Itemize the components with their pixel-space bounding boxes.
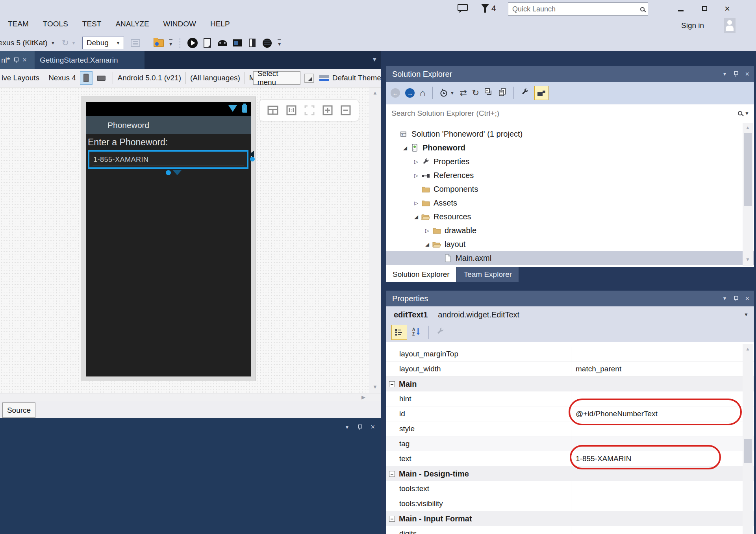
collapse-all-button[interactable] [484,88,493,98]
prompt-label-row[interactable]: Enter a Phoneword: [86,134,251,150]
tab-gettingstarted-xamarin[interactable]: GettingStarted.Xamarin [35,51,145,69]
minimize-button[interactable] [674,3,687,14]
tab-main-axml[interactable]: nl* × [0,51,35,69]
solution-tree-scrollbar[interactable]: ▲▼ [743,123,753,266]
designer-canvas[interactable]: Phoneword Enter a Phoneword: 1-855-XAMAR… [0,87,369,393]
close-tab-icon[interactable]: × [22,56,27,64]
device-screen-icon[interactable] [202,37,213,49]
pin-icon[interactable] [13,57,19,63]
zoom-out-button[interactable] [341,105,351,115]
play-button[interactable] [187,37,198,49]
solution-explorer-search[interactable]: ▼ [386,104,754,122]
sync-with-active-document-button[interactable]: ⇄ [460,88,467,98]
properties-object-row[interactable]: editText1 android.widget.EditText ▼ [386,306,754,323]
close-icon[interactable]: × [371,423,375,431]
selection-marker-bottom[interactable] [172,170,182,175]
properties-wrench-button[interactable] [521,88,529,98]
solution-search-input[interactable] [391,109,738,118]
portrait-button[interactable] [80,71,93,85]
property-section-main[interactable]: Main [386,376,754,391]
globe-icon[interactable] [261,37,273,49]
expander-expanded-icon[interactable]: ◢ [412,214,421,220]
tab-team-explorer[interactable]: Team Explorer [457,267,519,282]
switch-views-button[interactable]: ▼ [439,89,455,97]
select-menu-button[interactable]: Select menu [253,71,300,85]
menu-item-test[interactable]: TEST [82,20,102,28]
maximize-button[interactable] [698,3,711,14]
resize-handle-bottom[interactable] [166,170,171,175]
window-menu-caret[interactable]: ▼ [723,71,727,77]
alphabetical-sort-button[interactable]: AZ [412,327,421,338]
actual-size-button[interactable] [286,105,296,115]
refresh-caret[interactable]: ▼ [71,40,76,46]
close-icon[interactable]: × [745,295,749,303]
collapse-section-icon[interactable] [389,471,395,477]
pin-icon[interactable] [733,71,739,77]
toolbar-overflow-button-2[interactable]: ▼ [277,39,282,47]
close-icon[interactable]: × [745,70,749,78]
menu-item-team[interactable]: TEAM [8,20,29,28]
menu-item-window[interactable]: WINDOW [163,20,196,28]
expander-collapsed-icon[interactable]: ▷ [412,200,421,206]
property-value[interactable]: match_parent [576,365,621,373]
source-tab[interactable]: Source [2,402,35,418]
close-button[interactable]: × [721,3,734,14]
language-selector[interactable]: (All languages) [190,74,240,82]
layout-page-icon[interactable] [246,37,258,49]
android-version-selector[interactable]: Android 5.0.1 (v21) [117,74,181,82]
tree-item-resources[interactable]: ◢Resources [386,210,754,224]
canvas-horizontal-scrollbar[interactable]: ▶ [0,393,381,401]
properties-scrollbar[interactable]: ▲ [743,344,753,534]
tree-item-components[interactable]: Components [386,182,754,196]
show-all-files-button[interactable] [498,88,507,98]
refresh-icon[interactable]: ↻ [62,38,69,48]
menu-item-analyze[interactable]: ANALYZE [115,20,149,28]
expander-collapsed-icon[interactable]: ▷ [412,159,421,165]
toolbar-overflow-button[interactable]: ▼ [169,39,173,47]
tree-item-drawable[interactable]: ▷drawable [386,224,754,237]
refresh-button[interactable]: ↻ [472,88,479,98]
publish-folder-icon[interactable] [153,37,165,49]
tree-item-assets[interactable]: ▷Assets [386,196,754,210]
tree-item-references[interactable]: ▷References [386,169,754,182]
theme-selector[interactable]: Default Theme [332,74,381,82]
user-avatar-icon[interactable] [724,18,736,33]
back-button[interactable]: ← [391,88,400,98]
fit-to-window-button[interactable] [304,105,315,115]
search-options-caret[interactable]: ▼ [745,111,749,116]
menu-item-tools[interactable]: TOOLS [43,20,68,28]
object-selector-caret[interactable]: ▼ [744,312,749,317]
preview-selected-items-button[interactable] [534,86,548,100]
expander-collapsed-icon[interactable]: ▷ [423,228,432,234]
toolbar-drag-handle[interactable] [180,38,181,48]
tab-solution-explorer[interactable]: Solution Explorer [386,267,456,282]
home-button[interactable]: ⌂ [420,87,426,98]
device-dropdown-caret[interactable]: ▼ [51,40,56,46]
tab-list-caret[interactable]: ▼ [372,56,377,63]
tree-item-solution-phoneword-1-project[interactable]: Solution 'Phoneword' (1 project) [386,127,754,141]
zoom-in-button[interactable] [322,105,333,115]
device-dropdown[interactable]: exus 5 (KitKat) [0,39,48,47]
config-dropdown[interactable]: Debug ▼ [82,37,124,49]
expander-collapsed-icon[interactable]: ▷ [412,172,421,178]
quick-launch-input[interactable] [511,5,640,14]
menu-item-help[interactable]: HELP [210,20,230,28]
landscape-button[interactable] [95,71,107,85]
attach-icon[interactable] [130,37,141,49]
expander-expanded-icon[interactable]: ◢ [423,241,432,247]
device-selector[interactable]: Nexus 4 [48,74,76,82]
notifications-icon[interactable] [481,4,489,13]
tree-item-phoneword[interactable]: ◢Phoneword [386,141,754,155]
canvas-vertical-scrollbar[interactable]: ▲▼ [369,87,381,393]
quick-launch-box[interactable] [508,2,648,16]
tree-item-main-axml[interactable]: Main.axml [386,251,754,265]
expander-expanded-icon[interactable]: ◢ [401,145,410,151]
forward-button[interactable]: → [405,88,415,98]
feedback-icon[interactable] [458,4,468,11]
property-section-main-input-format[interactable]: Main - Input Format [386,511,754,526]
phone-edittext-selected[interactable]: 1-855-XAMARIN [88,150,248,169]
tree-item-layout[interactable]: ◢layout [386,237,754,251]
sign-in-link[interactable]: Sign in [681,21,704,30]
alternative-layouts-button[interactable]: ive Layouts [2,74,39,82]
android-icon[interactable] [217,37,228,49]
